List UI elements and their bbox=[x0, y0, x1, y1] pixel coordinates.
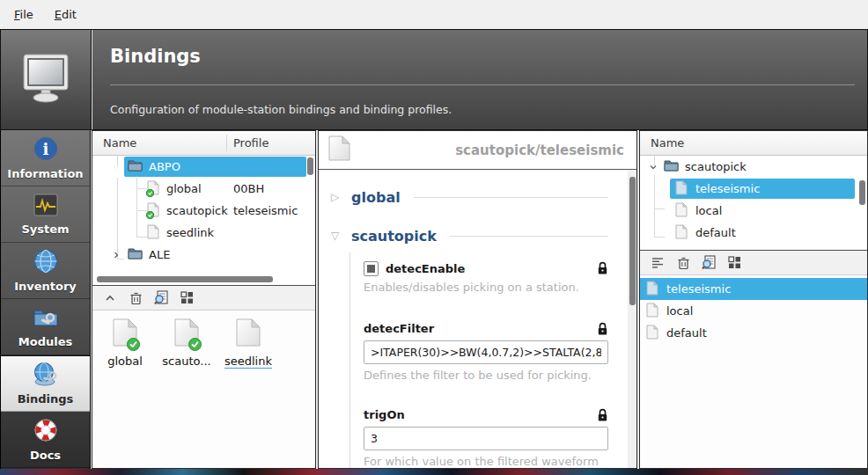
sidebar-item-label: Docs bbox=[30, 449, 61, 462]
column-name[interactable]: Name bbox=[92, 136, 136, 150]
monitor-icon bbox=[18, 53, 73, 107]
editor-title: scautopick/teleseismic bbox=[351, 142, 628, 158]
stations-toolbar bbox=[92, 286, 315, 311]
desktop-edge bbox=[0, 469, 868, 475]
sidebar-item-label: Bindings bbox=[18, 392, 74, 406]
sidebar-item-label: System bbox=[21, 223, 69, 236]
list-item-label: teleseismic bbox=[666, 282, 731, 296]
profile-file-icon bbox=[147, 180, 159, 198]
tree-row-scautopick[interactable]: scautopick teleseismic bbox=[92, 200, 315, 222]
list-item-label: default bbox=[666, 326, 707, 340]
profiles-toolbar bbox=[640, 251, 867, 275]
page-subtitle: Configuration of module-station bindings… bbox=[110, 103, 452, 116]
chevron-down-icon[interactable] bbox=[649, 163, 658, 172]
detecEnable-checkbox[interactable] bbox=[364, 261, 379, 276]
section-global[interactable]: ▷ global bbox=[331, 180, 608, 214]
triangle-right-icon[interactable]: ▷ bbox=[331, 191, 342, 203]
editor-header: scautopick/teleseismic bbox=[319, 131, 636, 170]
main-area: Name Profile bbox=[92, 130, 868, 469]
preview-icon[interactable] bbox=[701, 255, 717, 271]
param-description: Defines the filter to be used for pickin… bbox=[364, 369, 608, 382]
modules-icon bbox=[33, 306, 59, 332]
column-name[interactable]: Name bbox=[640, 136, 684, 150]
file-item-scautopick[interactable]: scauto... bbox=[159, 318, 214, 368]
section-scautopick[interactable]: ▽ scautopick bbox=[331, 219, 608, 252]
sidebar-item-modules[interactable]: Modules bbox=[1, 299, 90, 355]
vertical-scrollbar[interactable] bbox=[629, 177, 636, 305]
tree-row-label: global bbox=[166, 182, 202, 195]
lock-icon[interactable] bbox=[597, 322, 608, 340]
tree-row-scautopick[interactable]: scautopick bbox=[640, 156, 867, 178]
file-icon bbox=[235, 318, 261, 351]
header-band: Bindings Configuration of module-station… bbox=[0, 29, 868, 130]
section-rule bbox=[450, 236, 608, 237]
folder-icon bbox=[128, 247, 143, 262]
sidebar-item-information[interactable]: i Information bbox=[1, 130, 90, 186]
list-view-icon[interactable] bbox=[650, 255, 666, 271]
preview-icon[interactable] bbox=[153, 290, 169, 306]
list-item-label: local bbox=[666, 304, 693, 318]
section-label: scautopick bbox=[351, 228, 437, 245]
folder-icon bbox=[664, 159, 679, 174]
profiles-panel: Name scautopick bbox=[639, 130, 868, 469]
tree-row-local[interactable]: local bbox=[640, 200, 867, 222]
tree-row-seedlink[interactable]: seedlink bbox=[92, 222, 315, 244]
file-icon bbox=[147, 224, 159, 242]
horizontal-scrollbar[interactable] bbox=[97, 276, 273, 282]
collapse-icon[interactable] bbox=[102, 290, 118, 306]
sidebar-item-system[interactable]: System bbox=[1, 186, 90, 243]
lock-icon[interactable] bbox=[597, 261, 608, 279]
tree-row-ale[interactable]: ALE bbox=[92, 244, 315, 266]
file-item-seedlink[interactable]: seedlink bbox=[221, 318, 276, 369]
file-item-global[interactable]: global bbox=[98, 318, 152, 368]
detecFilter-input[interactable] bbox=[364, 340, 608, 364]
delete-icon[interactable] bbox=[675, 255, 691, 271]
stations-tree-header: Name Profile bbox=[92, 131, 315, 156]
param-name: trigOn bbox=[364, 408, 405, 421]
tree-row-label: scautopick bbox=[685, 160, 747, 173]
sidebar-item-label: Inventory bbox=[14, 280, 77, 293]
menu-edit[interactable]: Edit bbox=[46, 4, 85, 25]
viewmode-icon[interactable] bbox=[726, 255, 742, 271]
profile-value: teleseismic bbox=[233, 204, 298, 217]
list-item-teleseismic[interactable]: teleseismic bbox=[640, 278, 867, 300]
viewmode-icon[interactable] bbox=[179, 290, 195, 306]
tree-row-label: scautopick bbox=[166, 204, 228, 217]
section-scautopick-body: detecEnable Enables/disables picking on … bbox=[349, 252, 608, 468]
sidebar-item-inventory[interactable]: Inventory bbox=[1, 243, 90, 299]
column-separator[interactable] bbox=[226, 135, 227, 151]
menu-file[interactable]: File bbox=[5, 4, 42, 25]
vertical-scrollbar[interactable] bbox=[307, 157, 313, 175]
sidebar-item-docs[interactable]: Docs bbox=[1, 412, 90, 468]
tree-row-default[interactable]: default bbox=[640, 222, 867, 244]
tree-row-abpo[interactable]: ABPO bbox=[92, 156, 315, 178]
file-icon bbox=[675, 202, 688, 220]
inventory-icon bbox=[33, 249, 58, 277]
file-item-label: global bbox=[107, 354, 143, 368]
chevron-down-icon[interactable] bbox=[112, 163, 121, 172]
tree-row-global[interactable]: global 00BH bbox=[92, 178, 315, 200]
stations-panel: Name Profile bbox=[92, 130, 316, 469]
triangle-down-icon[interactable]: ▽ bbox=[331, 230, 342, 242]
information-icon: i bbox=[33, 136, 58, 164]
lock-icon[interactable] bbox=[597, 408, 608, 426]
system-icon bbox=[33, 194, 58, 220]
list-item-default[interactable]: default bbox=[640, 322, 867, 344]
profile-file-icon bbox=[173, 318, 200, 351]
editor-panel: scautopick/teleseismic ▷ global ▽ scauto… bbox=[318, 130, 637, 469]
chevron-right-icon[interactable] bbox=[112, 251, 121, 259]
column-profile[interactable]: Profile bbox=[233, 136, 268, 150]
vertical-scrollbar[interactable] bbox=[859, 180, 865, 205]
folder-icon bbox=[128, 159, 143, 174]
trigOn-input[interactable] bbox=[364, 427, 608, 450]
delete-icon[interactable] bbox=[128, 290, 143, 306]
tree-row-label: default bbox=[695, 226, 736, 239]
menubar: File Edit bbox=[0, 0, 868, 29]
profile-file-icon bbox=[147, 202, 159, 220]
sidebar-item-bindings[interactable]: Bindings bbox=[1, 355, 90, 412]
list-item-local[interactable]: local bbox=[640, 300, 867, 322]
file-item-label: scauto... bbox=[162, 354, 210, 368]
sidebar-item-label: Modules bbox=[18, 335, 72, 348]
tree-row-teleseismic[interactable]: teleseismic bbox=[640, 178, 867, 200]
tree-row-label: ABPO bbox=[149, 160, 180, 173]
